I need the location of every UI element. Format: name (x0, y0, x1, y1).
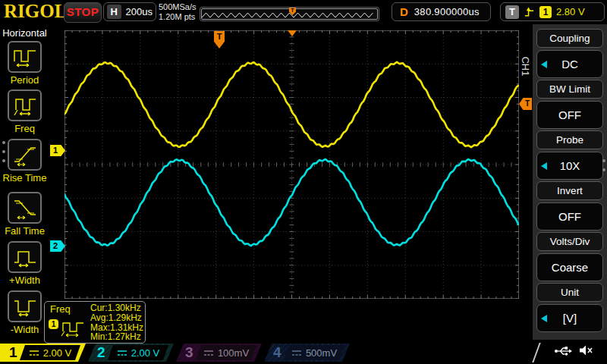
stat-min: Min:1.27kHz (90, 332, 143, 342)
horizontal-timebase-box[interactable]: H 200us (103, 2, 156, 21)
channel4-segment[interactable]: 4 500mV (264, 344, 350, 362)
status-icons (554, 344, 593, 356)
menu-item-fall-time[interactable]: Fall Time (0, 192, 49, 237)
period-icon (12, 46, 38, 68)
volts-div-value[interactable]: Coarse (536, 253, 603, 281)
menu-bw-limit[interactable]: BW Limit OFF (536, 80, 603, 129)
channel3-number: 3 (185, 344, 193, 361)
menu-item-nwidth[interactable]: -Width (0, 290, 49, 335)
delay-box: D 380.900000us (392, 2, 491, 21)
channel1-segment[interactable]: 1 2.00 V (0, 344, 86, 362)
trigger-badge: T (505, 5, 519, 19)
trigger-level-value: 2.80 V (556, 6, 585, 17)
channel2-number: 2 (97, 344, 105, 361)
channel2-segment[interactable]: 2 2.00 V (88, 344, 174, 362)
acquisition-info: 500MSa/s 1.20M pts (159, 2, 197, 22)
menu-volts-div[interactable]: Volts/Div Coarse (536, 232, 603, 281)
stat-average: Avg:1.29kHz (90, 313, 143, 323)
channel4-scale: 500mV (306, 347, 337, 359)
delay-badge: D (400, 5, 408, 18)
center-time-marker-icon (288, 30, 297, 36)
plus-width-icon (12, 246, 38, 268)
run-stop-indicator[interactable]: STOP (64, 2, 102, 23)
left-arrow-icon (541, 61, 547, 68)
page-indicator-dot (602, 168, 605, 171)
minus-width-icon (12, 295, 38, 318)
memory-depth: 1.20M pts (159, 12, 197, 22)
freq-measure-icon (60, 318, 87, 339)
sample-rate: 500MSa/s (159, 2, 197, 12)
top-status-bar: RIGOL STOP H 200us 500MSa/s 1.20M pts T … (0, 0, 607, 24)
dc-coupling-icon (291, 349, 302, 357)
brand-logo: RIGOL (4, 1, 67, 22)
measurement-source-badge: 1 (49, 319, 58, 329)
left-arrow-icon (541, 315, 547, 322)
dc-coupling-icon (29, 349, 39, 357)
channel1-level-marker[interactable]: 1 (50, 145, 65, 156)
menu-unit[interactable]: Unit [V] (536, 283, 603, 332)
fall-time-icon (12, 196, 38, 219)
timebase-value: 200us (126, 6, 153, 17)
page-indicator-dot (2, 159, 5, 162)
stat-current: Cur:1.30kHz (90, 303, 143, 313)
page-indicator-dot (2, 141, 5, 144)
menu-item-freq[interactable]: Freq (0, 89, 49, 134)
bw-limit-value[interactable]: OFF (536, 101, 603, 129)
menu-probe[interactable]: Probe 10X (536, 130, 603, 180)
menu-item-rise-time[interactable]: Rise Time (0, 139, 49, 184)
left-measure-menu: Horizontal Period Freq Rise Time (0, 24, 49, 340)
probe-value[interactable]: 10X (536, 152, 603, 180)
channel2-scale: 2.00 V (131, 347, 160, 359)
speaker-muted-icon (578, 344, 593, 356)
measurement-name: Freq (50, 303, 71, 315)
dc-coupling-icon (203, 349, 214, 357)
rising-edge-icon (524, 6, 535, 18)
status-divider (532, 343, 540, 362)
freq-icon (12, 94, 38, 117)
menu-invert[interactable]: Invert OFF (536, 181, 603, 231)
unit-value[interactable]: [V] (536, 304, 603, 332)
rise-time-icon (12, 143, 38, 166)
horizontal-badge: H (107, 5, 121, 19)
menu-item-period[interactable]: Period (0, 41, 49, 86)
channel1-scale: 2.00 V (43, 347, 72, 359)
menu-coupling[interactable]: Coupling DC (536, 29, 603, 78)
menu-item-pwidth[interactable]: +Width (0, 241, 49, 286)
right-soft-menu: Coupling DC BW Limit OFF Probe 10X Inver… (533, 24, 607, 340)
trigger-source-badge: 1 (539, 6, 552, 18)
invert-value[interactable]: OFF (536, 202, 603, 231)
page-indicator-dot (602, 159, 605, 162)
measurement-box: Freq 1 Cur:1.30kHz Avg:1.29kHz Max:1.31k… (44, 301, 146, 344)
dc-coupling-icon (117, 349, 127, 357)
measurement-stats: Cur:1.30kHz Avg:1.29kHz Max:1.31kHz Min:… (90, 303, 143, 342)
left-arrow-icon (541, 162, 547, 170)
channel3-scale: 100mV (218, 347, 249, 359)
oscilloscope-screen: RIGOL STOP H 200us 500MSa/s 1.20M pts T … (0, 0, 607, 364)
trigger-status-box: T 1 2.80 V (500, 2, 605, 21)
coupling-value[interactable]: DC (536, 50, 603, 78)
trigger-level-marker[interactable]: T (519, 98, 532, 110)
channel4-number: 4 (273, 344, 281, 361)
usb-icon (554, 345, 572, 356)
waveform-display (64, 30, 519, 299)
page-indicator-dot (2, 150, 5, 153)
channel3-segment[interactable]: 3 100mV (176, 344, 262, 362)
waveform-preview-bar[interactable]: T (200, 7, 379, 21)
channel1-number: 1 (9, 344, 17, 361)
right-menu-channel-label: CH1 (520, 52, 531, 82)
channel2-level-marker[interactable]: 2 (50, 240, 65, 252)
left-menu-title: Horizontal (0, 27, 49, 39)
delay-value: 380.900000us (414, 6, 480, 17)
